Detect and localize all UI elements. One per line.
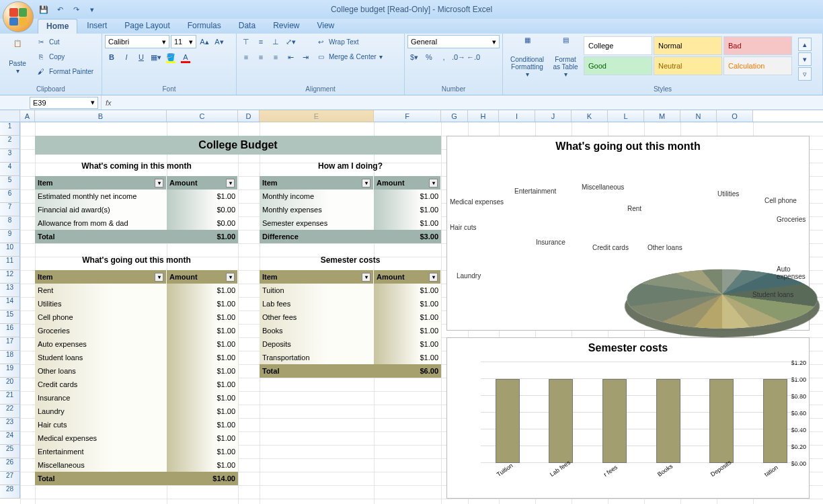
column-header[interactable]: I [499, 110, 535, 122]
table-cell[interactable]: $1.00 [374, 203, 441, 216]
table-cell[interactable]: $1.00 [374, 297, 441, 310]
filter-icon[interactable]: ▾ [155, 273, 163, 282]
indent-decrease-button[interactable]: ⇤ [284, 50, 297, 64]
row-header[interactable]: 12 [0, 270, 20, 284]
row-header[interactable]: 28 [0, 485, 20, 499]
column-header[interactable]: F [374, 110, 441, 122]
formula-input[interactable] [116, 97, 823, 108]
table-cell[interactable]: $1.00 [167, 351, 238, 364]
paste-button[interactable]: 📋 Paste ▾ [3, 35, 32, 79]
table-cell[interactable]: Medical expenses [35, 431, 167, 445]
table-cell[interactable]: Monthly expenses [260, 203, 374, 216]
table-cell[interactable]: $1.00 [167, 337, 238, 351]
table-cell[interactable]: $0.00 [167, 216, 238, 230]
redo-icon[interactable]: ↷ [70, 3, 82, 15]
table-cell[interactable]: $1.00 [167, 297, 238, 310]
table-cell[interactable]: $1.00 [167, 431, 238, 445]
worksheet[interactable]: 1234567891011121314151617181920212223242… [0, 122, 823, 504]
table-header[interactable]: Item▾ [35, 270, 167, 284]
table-cell[interactable]: Cell phone [35, 310, 167, 324]
table-cell[interactable]: Miscellaneous [35, 458, 167, 472]
table-cell[interactable]: Insurance [35, 391, 167, 405]
tab-data[interactable]: Data [231, 19, 264, 34]
format-as-table-button[interactable]: ▤ Format as Table▾ [551, 35, 580, 79]
gallery-down-button[interactable]: ▾ [798, 52, 812, 66]
table-cell[interactable]: Other fees [260, 310, 374, 324]
filter-icon[interactable]: ▾ [226, 273, 235, 282]
underline-button[interactable]: U [134, 50, 148, 64]
conditional-formatting-button[interactable]: ▦ Conditional Formatting▾ [506, 35, 549, 79]
style-cell[interactable]: Neutral [654, 56, 722, 75]
row-header[interactable]: 13 [0, 284, 20, 297]
indent-increase-button[interactable]: ⇥ [299, 50, 312, 64]
table-cell[interactable]: $1.00 [167, 405, 238, 418]
row-header[interactable]: 9 [0, 230, 20, 243]
table-cell[interactable]: $1.00 [374, 216, 441, 230]
row-header[interactable]: 15 [0, 310, 20, 324]
row-header[interactable]: 4 [0, 163, 20, 176]
tab-insert[interactable]: Insert [79, 19, 115, 34]
row-header[interactable]: 11 [0, 257, 20, 270]
row-header[interactable]: 27 [0, 472, 20, 485]
row-header[interactable]: 25 [0, 445, 20, 458]
column-header[interactable]: K [572, 110, 608, 122]
table-cell[interactable]: $1.00 [167, 190, 238, 203]
table-cell[interactable]: Auto expenses [35, 337, 167, 351]
table-cell[interactable]: Hair cuts [35, 418, 167, 431]
table-header[interactable]: Amount▾ [167, 176, 238, 190]
align-middle-button[interactable]: ≡ [254, 35, 268, 48]
increase-decimal-button[interactable]: .0→ [452, 50, 465, 64]
table-cell[interactable]: $1.00 [374, 324, 441, 337]
table-cell[interactable]: Monthly income [260, 190, 374, 203]
column-header[interactable]: G [441, 110, 468, 122]
table-cell[interactable]: Lab fees [260, 297, 374, 310]
filter-icon[interactable]: ▾ [429, 273, 438, 282]
table-header[interactable]: Amount▾ [374, 176, 441, 190]
table-cell[interactable]: Transportation [260, 351, 374, 364]
cut-button[interactable]: ✂Cut [34, 35, 95, 48]
table-cell[interactable]: Semester expenses [260, 216, 374, 230]
column-header[interactable]: O [717, 110, 753, 122]
table-cell[interactable]: Utilities [35, 297, 167, 310]
column-header[interactable]: B [35, 110, 167, 122]
row-header[interactable]: 18 [0, 351, 20, 364]
table-cell[interactable]: $1.00 [167, 310, 238, 324]
row-header[interactable]: 2 [0, 136, 20, 149]
font-size-combo[interactable]: 11▾ [171, 35, 196, 48]
filter-icon[interactable]: ▾ [155, 179, 163, 187]
table-header[interactable]: Amount▾ [374, 270, 441, 284]
table-header[interactable]: Item▾ [260, 176, 374, 190]
row-header[interactable]: 5 [0, 176, 20, 190]
column-header[interactable]: D [238, 110, 260, 122]
select-all-button[interactable] [0, 110, 20, 122]
fx-icon[interactable]: fx [106, 99, 112, 107]
table-header[interactable]: Item▾ [260, 270, 374, 284]
table-cell[interactable]: $1.00 [167, 445, 238, 458]
bar-chart[interactable]: Semester costs$0.00$0.20$0.40$0.60$0.80$… [446, 337, 810, 499]
number-format-combo[interactable]: General▾ [407, 35, 500, 48]
tab-review[interactable]: Review [265, 19, 307, 34]
tab-formulas[interactable]: Formulas [180, 19, 229, 34]
table-cell[interactable]: $1.00 [167, 391, 238, 405]
filter-icon[interactable]: ▾ [362, 179, 370, 187]
table-cell[interactable]: $1.00 [374, 190, 441, 203]
table-cell[interactable]: Financial aid award(s) [35, 203, 167, 216]
office-button[interactable] [3, 1, 34, 32]
copy-button[interactable]: ⎘Copy [34, 50, 95, 63]
filter-icon[interactable]: ▾ [429, 179, 438, 187]
undo-icon[interactable]: ↶ [54, 3, 66, 15]
table-cell[interactable]: Rent [35, 284, 167, 297]
tab-home[interactable]: Home [38, 19, 77, 34]
table-cell[interactable]: Laundry [35, 405, 167, 418]
table-cell[interactable]: $1.00 [374, 310, 441, 324]
font-name-combo[interactable]: Calibri▾ [105, 35, 169, 48]
style-cell[interactable]: Bad [723, 36, 792, 55]
currency-button[interactable]: $▾ [407, 50, 421, 64]
row-header[interactable]: 10 [0, 243, 20, 257]
table-cell[interactable]: $1.00 [167, 364, 238, 378]
gallery-more-button[interactable]: ▿ [798, 67, 812, 81]
table-cell[interactable]: Other loans [35, 364, 167, 378]
save-icon[interactable]: 💾 [38, 3, 50, 15]
row-header[interactable]: 1 [0, 122, 20, 136]
table-cell[interactable]: Estimated monthly net income [35, 190, 167, 203]
